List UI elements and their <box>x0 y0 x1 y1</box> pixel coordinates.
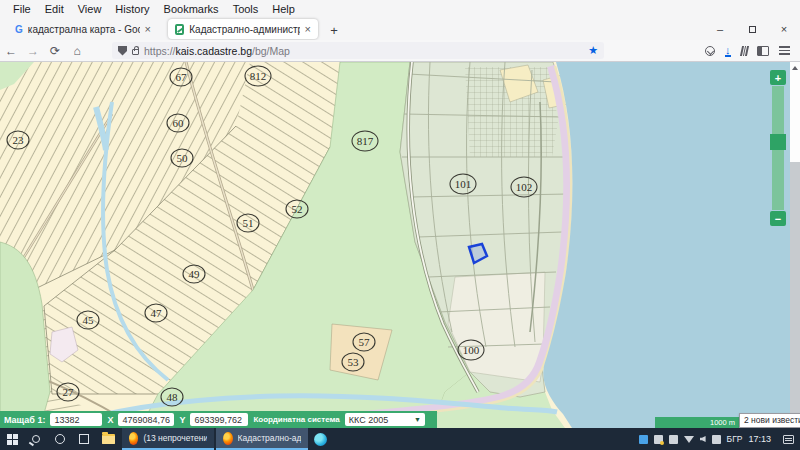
edge-icon <box>314 433 327 446</box>
library-icon[interactable] <box>739 46 748 56</box>
new-tab-button[interactable]: + <box>324 20 344 40</box>
svg-text:27: 27 <box>63 386 75 398</box>
svg-text:51: 51 <box>243 217 254 229</box>
svg-text:45: 45 <box>83 314 95 326</box>
zoom-slider-handle[interactable] <box>770 134 786 150</box>
zoom-in-button[interactable]: + <box>770 70 786 85</box>
browser-window: File Edit View History Bookmarks Tools H… <box>0 0 800 450</box>
crs-value: ККС 2005 <box>349 415 388 425</box>
svg-text:102: 102 <box>516 181 533 193</box>
firefox-icon <box>129 432 138 445</box>
taskbar-app-edge[interactable] <box>308 428 332 450</box>
url-text: https://kais.cadastre.bg/bg/Map <box>144 45 583 57</box>
home-icon[interactable]: ⌂ <box>66 44 88 58</box>
speaker-icon[interactable] <box>700 436 706 442</box>
reload-icon[interactable]: ⟳ <box>44 44 66 58</box>
lock-icon[interactable] <box>132 49 139 55</box>
svg-text:100: 100 <box>463 344 480 356</box>
language-indicator[interactable]: БГР <box>727 434 743 444</box>
downloads-icon[interactable]: ↓ <box>725 45 731 57</box>
wifi-icon[interactable] <box>684 436 694 443</box>
tab-bar: G кадастрална карта - Google Tъ × Кадаст… <box>0 18 800 40</box>
bookmark-star-icon[interactable]: ★ <box>588 44 598 57</box>
taskbar-app-firefox-kais[interactable]: Кадастрално-админ... <box>216 428 308 450</box>
app-label: Кадастрално-админ... <box>238 433 301 443</box>
svg-text:48: 48 <box>167 391 179 403</box>
chevron-down-icon: ▼ <box>414 416 421 423</box>
file-explorer-button[interactable] <box>96 428 120 450</box>
tab-title: кадастрална карта - Google Tъ <box>28 24 140 35</box>
firefox-icon <box>223 432 233 445</box>
x-label: X <box>107 415 113 425</box>
svg-text:52: 52 <box>292 203 303 215</box>
task-view-icon <box>79 434 89 444</box>
map-canvas: 23 67 60 50 812 51 52 817 101 102 45 47 … <box>0 62 800 428</box>
onedrive-icon[interactable] <box>669 435 678 444</box>
google-favicon-icon: G <box>15 24 23 35</box>
menu-bar: File Edit View History Bookmarks Tools H… <box>0 0 800 18</box>
y-label: Y <box>179 415 185 425</box>
tab-kais-map[interactable]: Кадастрално-административна × <box>168 19 318 39</box>
app-menu-icon[interactable] <box>779 46 790 55</box>
windows-logo-icon <box>7 434 18 445</box>
taskbar-app-firefox-mail[interactable]: (13 непрочетени) - A... <box>122 428 214 450</box>
display-tray-icon[interactable] <box>712 435 721 444</box>
tab-title: Кадастрално-административна <box>189 24 299 35</box>
svg-text:53: 53 <box>348 356 360 368</box>
action-center-icon[interactable] <box>783 435 794 444</box>
window-controls: – × <box>704 18 800 40</box>
cortana-icon <box>55 434 65 444</box>
svg-text:47: 47 <box>151 307 163 319</box>
menu-history[interactable]: History <box>108 3 156 15</box>
scroll-up-icon[interactable] <box>792 66 798 70</box>
clock[interactable]: 17:13 <box>748 434 771 444</box>
forward-icon[interactable]: → <box>22 44 44 58</box>
security-tray-icon[interactable] <box>654 435 663 444</box>
maximize-button[interactable] <box>736 18 768 40</box>
app-label: (13 непрочетени) - A... <box>143 433 207 443</box>
menu-file[interactable]: File <box>6 3 38 15</box>
back-icon[interactable]: ← <box>0 44 22 58</box>
svg-text:57: 57 <box>359 336 371 348</box>
crs-label: Координатна система <box>253 415 339 424</box>
x-coordinate-input[interactable] <box>118 413 174 426</box>
map-status-bar: Мащаб 1: X Y Координатна система ККС 200… <box>0 411 437 428</box>
close-tab-icon[interactable]: × <box>145 23 151 35</box>
maximize-icon <box>749 26 756 33</box>
tracking-shield-icon[interactable] <box>118 46 127 56</box>
y-coordinate-input[interactable] <box>190 413 248 426</box>
search-button[interactable] <box>24 428 48 450</box>
menu-tools[interactable]: Tools <box>226 3 266 15</box>
pocket-icon[interactable] <box>705 46 715 56</box>
zoom-control: + − <box>770 70 786 280</box>
minimize-button[interactable]: – <box>704 18 736 40</box>
start-button[interactable] <box>0 428 24 450</box>
menu-bookmarks[interactable]: Bookmarks <box>157 3 226 15</box>
tray-app-icon[interactable] <box>639 435 648 444</box>
notification-tooltip[interactable]: 2 нови известия <box>739 413 800 428</box>
url-bar[interactable]: https://kais.cadastre.bg/bg/Map ★ <box>112 42 604 59</box>
cadastral-map[interactable]: 23 67 60 50 812 51 52 817 101 102 45 47 … <box>0 62 800 428</box>
zoom-out-button[interactable]: − <box>770 211 786 226</box>
menu-help[interactable]: Help <box>265 3 302 15</box>
system-tray: БГР 17:13 <box>639 434 800 444</box>
svg-text:67: 67 <box>176 71 188 83</box>
svg-text:23: 23 <box>13 134 25 146</box>
navigation-bar: ← → ⟳ ⌂ https://kais.cadastre.bg/bg/Map … <box>0 40 800 62</box>
scrollbar-track[interactable] <box>790 162 800 428</box>
page-scrollbar[interactable] <box>790 62 800 428</box>
sidebar-icon[interactable] <box>757 46 769 56</box>
scale-input[interactable] <box>50 413 102 426</box>
tab-google-search[interactable]: G кадастрална карта - Google Tъ × <box>8 19 158 39</box>
svg-text:60: 60 <box>173 117 185 129</box>
svg-text:50: 50 <box>177 152 189 164</box>
close-tab-icon[interactable]: × <box>305 23 311 35</box>
menu-view[interactable]: View <box>71 3 109 15</box>
close-window-button[interactable]: × <box>768 18 800 40</box>
cortana-button[interactable] <box>48 428 72 450</box>
folder-icon <box>102 434 115 444</box>
menu-edit[interactable]: Edit <box>38 3 71 15</box>
task-view-button[interactable] <box>72 428 96 450</box>
svg-text:49: 49 <box>189 268 201 280</box>
crs-dropdown[interactable]: ККС 2005 ▼ <box>345 413 425 426</box>
